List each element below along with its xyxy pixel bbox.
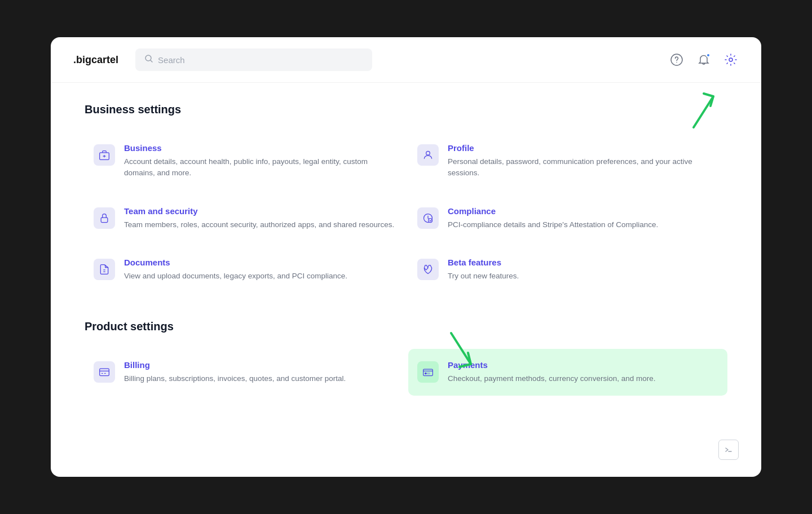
payments-item-desc: Checkout, payment methods, currency conv… [448,373,718,384]
svg-rect-17 [427,373,430,374]
svg-point-2 [676,62,677,63]
billing-icon-container [94,361,115,383]
documents-item-title: Documents [124,258,395,267]
svg-rect-11 [100,369,109,376]
search-placeholder: Search [158,55,185,65]
documents-item-desc: View and upload documents, legacy export… [124,271,395,282]
notification-icon[interactable] [696,52,712,68]
compliance-item-desc: PCI-compliance details and Stripe's Atte… [448,219,718,231]
svg-point-16 [425,373,427,374]
beta-features-item-content: Beta features Try out new features. [448,258,718,282]
terminal-icon[interactable] [718,440,739,460]
team-security-icon-container [94,207,115,229]
help-icon[interactable] [669,52,685,68]
settings-item-team-security[interactable]: Team and security Team members, roles, a… [85,195,404,242]
profile-item-desc: Personal details, password, communicatio… [448,156,718,179]
payments-icon-container [417,361,439,383]
settings-item-payments[interactable]: Payments Checkout, payment methods, curr… [408,349,727,396]
team-security-item-desc: Team members, roles, account security, a… [124,219,395,231]
settings-item-business[interactable]: Business Account details, account health… [85,132,404,190]
content: Business settings Business Acc [51,83,761,443]
business-settings-title: Business settings [85,103,727,116]
settings-item-documents[interactable]: Documents View and upload documents, leg… [85,246,404,293]
documents-icon-container [94,259,115,280]
product-settings-grid: Billing Billing plans, subscriptions, in… [85,349,727,396]
profile-icon-container [417,144,439,166]
business-item-desc: Account details, account health, public … [124,156,395,179]
business-item-content: Business Account details, account health… [124,143,395,179]
business-settings-section: Business settings Business Acc [85,103,727,293]
beta-features-item-desc: Try out new features. [448,271,718,282]
svg-rect-8 [101,218,108,222]
business-icon-container [94,144,115,166]
profile-item-title: Profile [448,143,718,153]
search-icon [144,54,153,65]
header: .bigcartel Search [51,37,761,83]
settings-item-beta-features[interactable]: Beta features Try out new features. [408,246,727,293]
main-window: .bigcartel Search [51,37,761,477]
notification-dot [706,53,710,57]
beta-features-item-title: Beta features [448,258,718,267]
profile-item-content: Profile Personal details, password, comm… [448,143,718,179]
payments-item-title: Payments [448,360,718,370]
svg-point-10 [429,218,433,222]
compliance-icon-container [417,207,439,229]
business-settings-grid: Business Account details, account health… [85,132,727,293]
svg-point-3 [729,58,732,61]
team-security-item-content: Team and security Team members, roles, a… [124,206,395,231]
business-item-title: Business [124,143,395,153]
settings-item-billing[interactable]: Billing Billing plans, subscriptions, in… [85,349,404,396]
billing-item-desc: Billing plans, subscriptions, invoices, … [124,373,395,384]
team-security-item-title: Team and security [124,206,395,216]
product-settings-title: Product settings [85,320,727,333]
search-bar[interactable]: Search [135,48,372,71]
beta-features-icon-container [417,259,439,280]
documents-item-content: Documents View and upload documents, leg… [124,258,395,282]
settings-item-compliance[interactable]: Compliance PCI-compliance details and St… [408,195,727,242]
svg-point-7 [426,151,430,155]
compliance-item-title: Compliance [448,206,718,216]
compliance-item-content: Compliance PCI-compliance details and St… [448,206,718,231]
header-actions [669,52,739,68]
payments-item-content: Payments Checkout, payment methods, curr… [448,360,718,384]
settings-item-profile[interactable]: Profile Personal details, password, comm… [408,132,727,190]
product-settings-section: Product settings Billing Billi [85,320,727,396]
billing-item-title: Billing [124,360,395,370]
logo[interactable]: .bigcartel [73,54,118,66]
settings-icon[interactable] [723,52,739,68]
billing-item-content: Billing Billing plans, subscriptions, in… [124,360,395,384]
